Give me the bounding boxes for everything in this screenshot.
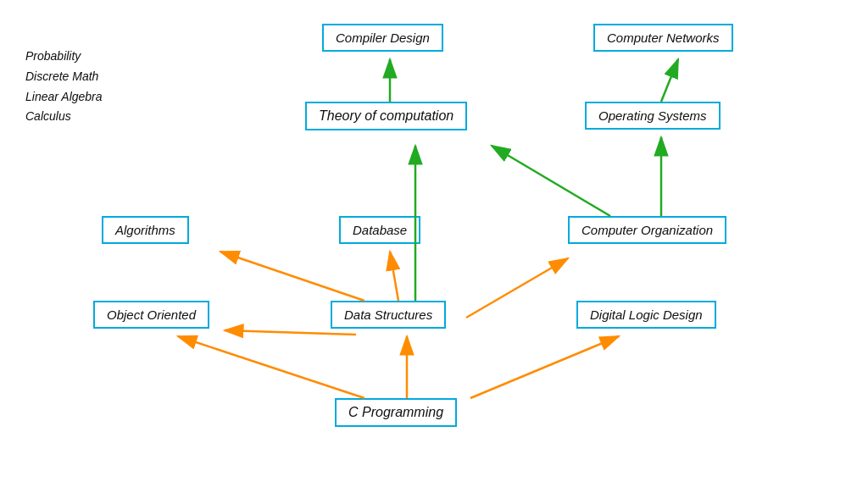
svg-line-3 [661,59,678,102]
node-computer-organization: Computer Organization [568,216,726,244]
diagram-container: Probability Discrete Math Linear Algebra… [0,0,868,504]
svg-line-10 [466,258,568,318]
node-database: Database [339,216,420,244]
svg-line-7 [220,252,364,301]
side-text-line-4: Calculus [25,107,103,127]
svg-line-9 [390,252,398,301]
node-algorithms: Algorithms [102,216,189,244]
svg-line-8 [225,330,356,335]
side-text: Probability Discrete Math Linear Algebra… [25,47,103,127]
svg-line-12 [178,336,364,398]
svg-line-13 [470,336,619,398]
arrows-svg [0,0,868,504]
node-theory-of-computation: Theory of computation [305,102,467,130]
node-c-programming: C Programming [335,398,457,427]
node-digital-logic-design: Digital Logic Design [576,301,716,329]
node-data-structures: Data Structures [331,301,446,329]
node-object-oriented: Object Oriented [93,301,209,329]
node-compiler-design: Compiler Design [322,24,443,52]
side-text-line-1: Probability [25,47,103,67]
side-text-line-2: Discrete Math [25,67,103,87]
node-operating-systems: Operating Systems [585,102,721,130]
side-text-line-3: Linear Algebra [25,87,103,108]
node-computer-networks: Computer Networks [593,24,733,52]
svg-line-5 [492,146,610,216]
